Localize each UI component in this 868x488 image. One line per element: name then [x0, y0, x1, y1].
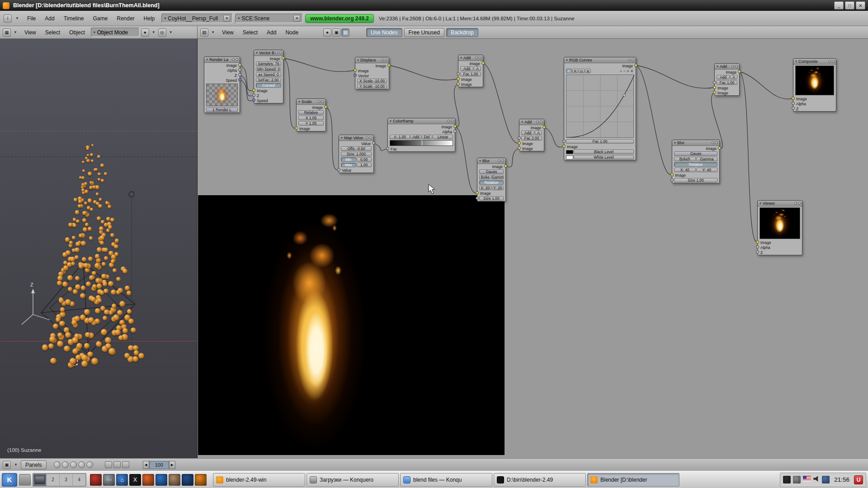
collapse-triangle-icon[interactable]: ▼: [255, 52, 258, 54]
colorband[interactable]: [390, 140, 453, 146]
socket-l[interactable]: [713, 91, 716, 94]
node-header-dot-icon[interactable]: [498, 160, 500, 162]
node-blur_right[interactable]: ▼BlurImageGaussBokehGammaRelativeX: 40Y:…: [672, 140, 720, 183]
menu-file[interactable]: File: [23, 14, 40, 23]
socket-l[interactable]: [713, 81, 716, 84]
button-free-unused[interactable]: Free Unused: [404, 28, 444, 37]
header-collapse-icon[interactable]: ▼: [12, 30, 19, 34]
collapse-triangle-icon[interactable]: ▼: [674, 141, 676, 144]
socket-l[interactable]: [518, 146, 521, 150]
menu-help[interactable]: Help: [139, 14, 160, 23]
value-slider-size-1-00[interactable]: Size 1.00: [479, 196, 504, 201]
mode-selector[interactable]: ▾ Object Mode: [91, 28, 140, 37]
menu-button-1-render-l[interactable]: 1 Render L: [206, 108, 238, 112]
menu-add[interactable]: Add: [40, 14, 59, 23]
socket-l[interactable]: [792, 97, 795, 100]
node-link[interactable]: [240, 80, 254, 101]
socket-r[interactable]: [238, 73, 241, 76]
frame-number-value[interactable]: 100: [149, 461, 169, 469]
rgb-curve-widget[interactable]: [566, 75, 634, 138]
socket-l[interactable]: [670, 178, 674, 182]
socket-r[interactable]: [504, 164, 507, 168]
node-add_top[interactable]: ▼AddImageAddAFac 1.00ImageImage: [458, 55, 483, 87]
node-header-dot-icon[interactable]: [275, 52, 278, 54]
utorrent-tray-icon[interactable]: U: [854, 475, 863, 484]
task-d-bin-blender-2-49[interactable]: D:\bin\blender-2.49: [494, 473, 586, 487]
node-header-dot-icon[interactable]: [279, 52, 282, 54]
node-header[interactable]: ▼Displace: [355, 57, 389, 63]
node-header-dot-icon[interactable]: [385, 59, 387, 61]
node-link[interactable]: [455, 127, 477, 193]
history-icon[interactable]: ⋯: [103, 474, 115, 486]
value-button-x-1-05[interactable]: X 1.05: [298, 116, 324, 120]
socket-l[interactable]: [354, 74, 357, 77]
node-header[interactable]: ▼Blur: [672, 140, 719, 146]
button-use-nodes[interactable]: Use Nodes: [366, 28, 402, 37]
collapse-triangle-icon[interactable]: ▼: [759, 202, 762, 205]
tools-icon[interactable]: ≡: [627, 69, 630, 73]
node-viewer[interactable]: ▼ViewerImageAlphaZ: [757, 200, 802, 255]
socket-l[interactable]: [252, 89, 255, 92]
pivot-menu[interactable]: ◎: [158, 28, 166, 37]
value-button-relative[interactable]: Relative: [479, 180, 504, 185]
node-header-dot-icon[interactable]: [475, 56, 478, 59]
node-header[interactable]: ▼Map Value: [339, 135, 373, 141]
blender-version-link[interactable]: www.blender.org 249.2: [305, 14, 374, 23]
task-blender-d-blender[interactable]: Blender [D:\blender: [587, 473, 679, 487]
value-slider-size-1-00[interactable]: Size 1.00: [674, 178, 717, 183]
window-type-icon[interactable]: i: [4, 14, 12, 23]
blender-launcher-icon[interactable]: [195, 474, 207, 486]
value-button-min-speed-0[interactable]: Min Speed: 0: [256, 67, 281, 71]
value-button-samples-76[interactable]: Samples: 76: [256, 61, 281, 66]
node-rgb_curves[interactable]: ▼RGB CurvesImageCRGB+−≡✕Fac 1.00ImageBla…: [564, 57, 636, 160]
value-slider-fac-1-00[interactable]: Fac 1.00: [717, 80, 737, 85]
tux-icon[interactable]: [783, 476, 791, 483]
value-button-gamm[interactable]: Gamm: [492, 175, 504, 179]
keyboard-flag-icon[interactable]: [803, 476, 811, 481]
menu-node-select[interactable]: Select: [238, 28, 262, 37]
socket-l[interactable]: [562, 140, 566, 143]
value-button-lurfac-2-00[interactable]: lurFac: 2.00: [256, 78, 281, 82]
node-link[interactable]: [326, 107, 339, 170]
node-link[interactable]: [483, 63, 519, 144]
value-button-offs-0-50[interactable]: Offs: -0.50: [341, 146, 372, 151]
socket-l[interactable]: [756, 250, 759, 253]
socket-r[interactable]: [453, 130, 457, 133]
node-editor-canvas[interactable]: ▼Render LaImageAlphaZSpeed1 Render L▼Vec…: [198, 39, 868, 458]
node-header-dot-icon[interactable]: [318, 100, 321, 103]
collapse-triangle-icon[interactable]: ▼: [460, 56, 462, 59]
node-link[interactable]: [740, 72, 793, 99]
color-swatch[interactable]: [566, 150, 573, 154]
socket-r[interactable]: [372, 141, 375, 145]
scene-selector[interactable]: ▾ SCE:Scene ✕: [235, 14, 303, 23]
socket-l[interactable]: [252, 99, 255, 102]
menu-node-node[interactable]: Node: [281, 28, 303, 37]
value-button-y-scale-10-00[interactable]: Y Scale -10.00: [357, 84, 387, 89]
node-header-dot-icon[interactable]: [712, 141, 714, 144]
socket-r[interactable]: [238, 78, 241, 81]
menu-3d-select[interactable]: Select: [41, 28, 65, 37]
socket-l[interactable]: [354, 69, 357, 72]
socket-l[interactable]: [252, 94, 255, 97]
menu-button-gauss[interactable]: Gauss: [674, 151, 717, 156]
socket-l[interactable]: [792, 107, 795, 110]
menu-node-add[interactable]: Add: [262, 28, 281, 37]
menu-render[interactable]: Render: [112, 14, 139, 23]
value-button-add[interactable]: Add: [410, 135, 421, 139]
node-map_value[interactable]: ▼Map ValueValueOffs: -0.50Size: 1.000Min…: [339, 135, 374, 173]
socket-l[interactable]: [713, 86, 716, 89]
value-button-min[interactable]: Min: [341, 157, 356, 162]
socket-l[interactable]: [386, 147, 389, 150]
node-link[interactable]: [240, 75, 254, 96]
button-backdrop[interactable]: Backdrop: [446, 28, 478, 37]
node-link[interactable]: [506, 148, 519, 167]
node-header-dot-icon[interactable]: [735, 65, 738, 68]
socket-r[interactable]: [238, 63, 241, 66]
socket-l[interactable]: [756, 245, 759, 249]
globe-browser-icon[interactable]: [156, 474, 167, 486]
node-header[interactable]: ▼Render La: [204, 57, 240, 63]
node-vector_blur[interactable]: ▼Vector BImageSamples: 76Min Speed: 0ax …: [254, 50, 283, 103]
node-header-dot-icon[interactable]: [232, 58, 235, 61]
socket-l[interactable]: [518, 141, 521, 145]
collapse-triangle-icon[interactable]: ▼: [716, 65, 719, 68]
